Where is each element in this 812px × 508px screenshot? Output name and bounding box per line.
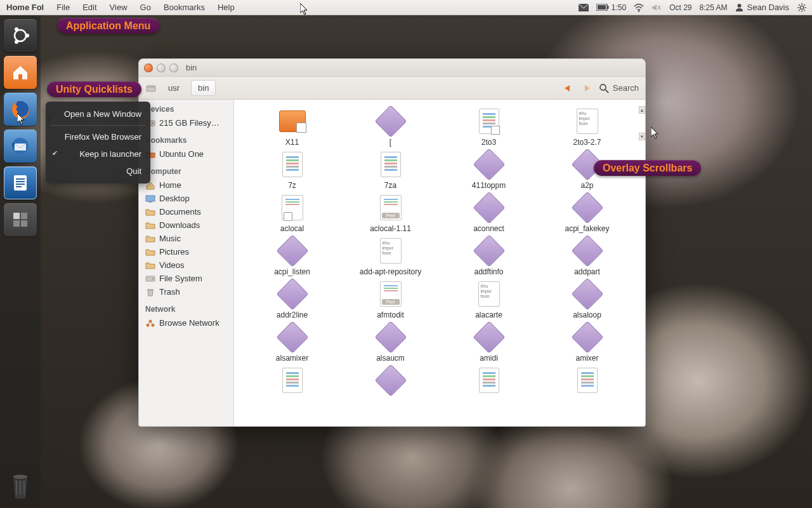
sidebar-item[interactable]: Videos	[143, 258, 230, 272]
svg-rect-39	[148, 201, 152, 203]
file-item[interactable]: aclocal-1.11	[341, 194, 440, 233]
ql-quit[interactable]: Quit	[46, 163, 150, 180]
file-item[interactable]: #!/u impor from2to3-2.7	[538, 107, 636, 147]
window-titlebar[interactable]: bin	[139, 59, 645, 77]
menu-bookmarks[interactable]: Bookmarks	[157, 0, 211, 15]
sidebar-item[interactable]: 215 GB Filesy…	[143, 116, 230, 130]
file-item[interactable]: addftinfo	[440, 237, 538, 276]
svg-point-15	[15, 30, 26, 41]
sidebar-item[interactable]: Trash	[143, 285, 230, 298]
file-item[interactable]: #!/u impor fromadd-apt-repository	[341, 237, 440, 276]
menu-help[interactable]: Help	[211, 0, 241, 15]
focused-app-label: Home Fol	[0, 3, 50, 12]
volume-muted-icon[interactable]	[652, 3, 662, 12]
sidebar-item-label: Downloads	[159, 220, 200, 230]
svg-point-5	[737, 4, 741, 8]
callout-quicklists: Unity Quicklists	[47, 81, 141, 97]
file-item[interactable]	[538, 366, 636, 397]
file-label: aclocal-1.11	[370, 224, 411, 233]
menu-edit[interactable]: Edit	[76, 0, 103, 15]
file-item[interactable]: 7z	[243, 150, 341, 190]
file-item[interactable]: X11	[243, 107, 341, 147]
file-item[interactable]: addpart	[538, 237, 636, 276]
sb-head-computer: Computer	[145, 167, 227, 176]
launcher-trash[interactable]	[4, 469, 37, 502]
launcher-thunderbird[interactable]	[4, 130, 37, 163]
sidebar-item[interactable]: Music	[143, 232, 230, 245]
launcher-ubuntu-dash[interactable]	[4, 19, 37, 52]
window-maximize-button[interactable]	[169, 64, 178, 72]
file-grid-view[interactable]: X11[2to3#!/u impor from2to3-2.77z7za411t…	[234, 100, 645, 426]
file-item[interactable]: aconnect	[440, 194, 538, 233]
mail-indicator-icon[interactable]	[579, 3, 589, 12]
file-item[interactable]: acpi_listen	[243, 237, 341, 276]
file-item[interactable]: amidi	[440, 323, 538, 363]
file-item[interactable]: #!/u impor fromalacarte	[440, 280, 538, 319]
ql-app-name[interactable]: Firefox Web Browser	[46, 128, 150, 145]
file-item[interactable]	[341, 366, 440, 397]
sidebar-item[interactable]: Home	[143, 178, 230, 192]
window-close-button[interactable]	[144, 64, 153, 72]
file-item[interactable]	[243, 366, 341, 397]
window-minimize-button[interactable]	[157, 64, 166, 72]
ql-keep-in-launcher[interactable]: Keep in launcher	[46, 145, 150, 163]
svg-rect-3	[598, 5, 606, 10]
file-item[interactable]: alsaloop	[538, 280, 636, 319]
network-wifi-icon[interactable]	[634, 3, 644, 12]
sidebar-item-label: Music	[159, 234, 181, 243]
file-item[interactable]: alsaucm	[341, 323, 440, 363]
svg-rect-24	[16, 181, 25, 182]
system-gear-icon[interactable]	[797, 3, 807, 12]
nav-forward-button[interactable]	[580, 81, 594, 95]
global-menubar: File Edit View Go Bookmarks Help	[50, 0, 240, 15]
file-text-icon	[475, 366, 503, 394]
menu-file[interactable]: File	[50, 0, 76, 15]
menu-view[interactable]: View	[103, 0, 134, 15]
user-name: Sean Davis	[747, 3, 789, 12]
file-item[interactable]: aclocal	[243, 194, 341, 233]
svg-line-13	[804, 4, 805, 6]
file-label: a2p	[580, 181, 593, 190]
date-label[interactable]: Oct 29	[669, 3, 691, 12]
sidebar-item[interactable]: Documents	[143, 205, 230, 218]
file-item[interactable]: 2to3	[440, 107, 538, 147]
crumb-usr[interactable]: usr	[162, 81, 186, 95]
network-icon	[145, 319, 155, 328]
menu-go[interactable]: Go	[134, 0, 157, 15]
launcher-home[interactable]	[4, 56, 37, 89]
sidebar-item-label: Trash	[159, 287, 180, 297]
file-item[interactable]: 411toppm	[440, 150, 538, 190]
time-label[interactable]: 8:25 AM	[699, 3, 727, 12]
sidebar-item[interactable]: Desktop	[143, 192, 230, 205]
path-root-icon[interactable]	[145, 84, 157, 93]
file-item[interactable]: amixer	[538, 323, 636, 363]
file-item[interactable]: addr2line	[243, 280, 341, 319]
user-menu[interactable]: Sean Davis	[735, 3, 789, 12]
callout-app-menu: Application Menu	[57, 18, 159, 34]
battery-indicator[interactable]: 1:50	[596, 3, 626, 12]
file-item[interactable]: 7za	[341, 150, 440, 190]
sidebar-item[interactable]: Pictures	[143, 245, 230, 258]
sidebar-item[interactable]: File System	[143, 272, 230, 285]
sidebar-item[interactable]: Ubuntu One	[143, 147, 230, 161]
overlay-scrollbar[interactable]: ▲ ▼	[639, 106, 645, 140]
file-item[interactable]: afmtodit	[341, 280, 440, 319]
scroll-down-button[interactable]: ▼	[639, 133, 645, 140]
file-item[interactable]: acpi_fakekey	[538, 194, 636, 233]
file-item[interactable]	[440, 366, 538, 397]
file-diamond-icon	[475, 323, 503, 351]
file-item[interactable]: [	[341, 107, 440, 147]
ql-open-new-window[interactable]: Open a New Window	[46, 105, 150, 123]
launcher-writer[interactable]	[4, 166, 37, 199]
crumb-bin[interactable]: bin	[191, 80, 216, 96]
launcher-workspace-switcher[interactable]	[4, 203, 37, 236]
launcher-firefox[interactable]	[4, 93, 37, 126]
sidebar-item[interactable]: Downloads	[143, 218, 230, 232]
scroll-up-button[interactable]: ▲	[639, 106, 645, 114]
sidebar-item[interactable]: Browse Network	[143, 316, 230, 330]
file-item[interactable]: alsamixer	[243, 323, 341, 363]
sb-head-devices: Devices	[145, 105, 227, 114]
file-diamond-icon	[377, 107, 405, 135]
search-button[interactable]: Search	[599, 83, 639, 93]
nav-back-button[interactable]	[561, 81, 575, 95]
